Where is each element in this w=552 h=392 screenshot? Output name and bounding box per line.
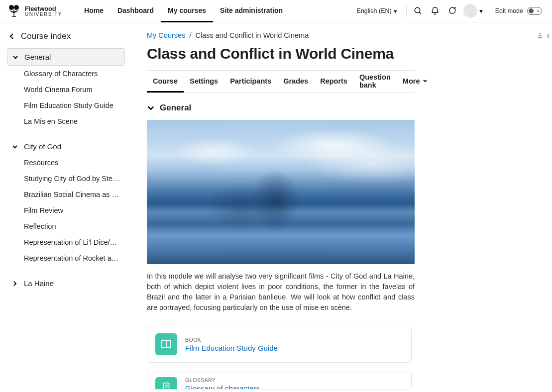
sidebar-item[interactable]: Representation of Li'l Dice/ZéQ... bbox=[7, 234, 125, 250]
activity-type: GLOSSARY bbox=[185, 377, 260, 383]
sidebar-section-label: La Haine bbox=[24, 279, 54, 288]
sidebar-item[interactable]: Reflection bbox=[7, 218, 125, 234]
user-menu[interactable]: ▾ bbox=[460, 4, 486, 18]
tab-grades[interactable]: Grades bbox=[277, 71, 314, 93]
section-title: General bbox=[160, 103, 191, 113]
language-label: English (EN) bbox=[357, 7, 392, 14]
activity-name[interactable]: Film Education Study Guide bbox=[185, 344, 278, 352]
language-selector[interactable]: English (EN) ▾ bbox=[351, 7, 403, 15]
svg-point-1 bbox=[14, 5, 19, 10]
bell-icon bbox=[431, 6, 440, 15]
sidebar-item[interactable]: Studying City of God by Stepha... bbox=[7, 171, 125, 187]
chevron-down-icon bbox=[12, 144, 19, 150]
logo-icon bbox=[7, 4, 21, 17]
brand-logo[interactable]: Fleetwood UNIVERSITY bbox=[7, 4, 62, 17]
sidebar-item[interactable]: Film Review bbox=[7, 202, 125, 218]
nav-dashboard[interactable]: Dashboard bbox=[110, 0, 161, 22]
search-icon bbox=[414, 6, 423, 15]
chevron-down-icon bbox=[12, 54, 19, 60]
svg-point-2 bbox=[415, 7, 420, 13]
tab-participants[interactable]: Participants bbox=[224, 71, 277, 93]
activity-card-book[interactable]: BOOK Film Education Study Guide bbox=[147, 326, 412, 363]
right-drawer-toggle[interactable] bbox=[536, 31, 550, 40]
chat-icon bbox=[447, 6, 456, 15]
nav-my-courses[interactable]: My courses bbox=[161, 0, 213, 22]
tab-course[interactable]: Course bbox=[147, 71, 184, 93]
activity-name[interactable]: Glossary of characters bbox=[185, 384, 260, 390]
module-description: In this module we will analyse two very … bbox=[147, 271, 415, 313]
search-button[interactable] bbox=[410, 2, 427, 19]
sidebar-section-la-haine[interactable]: La Haine bbox=[7, 275, 125, 292]
breadcrumb-parent[interactable]: My Courses bbox=[147, 31, 185, 39]
divider bbox=[406, 5, 407, 17]
primary-nav: Home Dashboard My courses Site administr… bbox=[77, 0, 290, 22]
svg-rect-6 bbox=[538, 37, 543, 38]
secondary-nav: Course Settings Participants Grades Repo… bbox=[147, 70, 415, 93]
svg-rect-5 bbox=[538, 35, 543, 36]
breadcrumb-separator: / bbox=[189, 31, 191, 39]
edit-mode-toggle[interactable]: ✕ bbox=[527, 7, 542, 15]
chevron-down-icon bbox=[423, 79, 428, 84]
activity-card-glossary[interactable]: GLOSSARY Glossary of characters bbox=[147, 372, 412, 390]
sidebar-section-label: City of God bbox=[24, 142, 61, 151]
course-image bbox=[147, 120, 415, 264]
breadcrumb: My Courses / Class and Conflict in World… bbox=[147, 31, 537, 39]
navbar-right: English (EN) ▾ ▾ Edit mode ✕ bbox=[351, 0, 545, 22]
sidebar-section-city-of-god[interactable]: City of God bbox=[7, 138, 125, 155]
page-title: Class and Conflict in World Cinema bbox=[147, 45, 537, 62]
sidebar-item[interactable]: Representation of Rocket and B... bbox=[7, 250, 125, 266]
tab-reports[interactable]: Reports bbox=[314, 71, 353, 93]
activity-type: BOOK bbox=[185, 337, 278, 343]
blocks-icon bbox=[536, 31, 545, 40]
sidebar-item[interactable]: Resources bbox=[7, 155, 125, 171]
caret-down-icon: ▾ bbox=[479, 7, 483, 15]
divider bbox=[489, 5, 489, 17]
nav-site-admin[interactable]: Site administration bbox=[213, 0, 290, 22]
sidebar-section-label: General bbox=[24, 53, 51, 61]
tab-more-label: More bbox=[403, 77, 420, 85]
notifications-button[interactable] bbox=[427, 2, 443, 19]
course-index-list: General Glossary of Characters World Cin… bbox=[7, 48, 125, 292]
tab-more[interactable]: More bbox=[397, 71, 434, 93]
tab-question-bank[interactable]: Question bank bbox=[353, 71, 397, 93]
navbar: Fleetwood UNIVERSITY Home Dashboard My c… bbox=[0, 0, 552, 22]
main-content: My Courses / Class and Conflict in World… bbox=[132, 22, 552, 392]
course-index-drawer: Course index General Glossary of Charact… bbox=[0, 22, 132, 392]
sidebar-item[interactable]: Film Education Study Guide bbox=[7, 98, 125, 113]
sidebar-item[interactable]: Glossary of Characters bbox=[7, 66, 125, 82]
sidebar-item[interactable]: La Mis en Scene bbox=[7, 113, 125, 129]
book-icon bbox=[155, 333, 177, 355]
sidebar-item[interactable]: Brazilian Social Cinema as act ... bbox=[7, 187, 125, 202]
edit-mode-control: Edit mode ✕ bbox=[492, 7, 545, 15]
nav-home[interactable]: Home bbox=[77, 0, 110, 22]
svg-line-3 bbox=[419, 12, 421, 14]
caret-down-icon: ▾ bbox=[394, 7, 397, 15]
course-index-header: Course index bbox=[7, 31, 125, 41]
chevron-left-icon[interactable] bbox=[9, 33, 15, 40]
chevron-left-icon bbox=[547, 33, 550, 39]
glossary-icon bbox=[155, 377, 177, 390]
section-header[interactable]: General bbox=[147, 103, 537, 113]
sidebar-item[interactable]: World Cinema Forum bbox=[7, 82, 125, 98]
chevron-right-icon bbox=[12, 281, 19, 287]
brand-name: Fleetwood bbox=[25, 5, 62, 12]
svg-point-0 bbox=[9, 5, 14, 10]
messages-button[interactable] bbox=[443, 2, 460, 19]
avatar bbox=[463, 4, 477, 18]
sidebar-section-general[interactable]: General bbox=[7, 48, 125, 66]
edit-mode-label: Edit mode bbox=[495, 7, 523, 14]
svg-rect-7 bbox=[164, 383, 169, 390]
tab-settings[interactable]: Settings bbox=[184, 71, 224, 93]
breadcrumb-current: Class and Conflict in World Cinema bbox=[195, 31, 309, 39]
svg-point-4 bbox=[539, 33, 541, 34]
course-index-title: Course index bbox=[21, 31, 71, 41]
brand-sub: UNIVERSITY bbox=[25, 12, 62, 17]
chevron-down-icon bbox=[147, 104, 155, 112]
